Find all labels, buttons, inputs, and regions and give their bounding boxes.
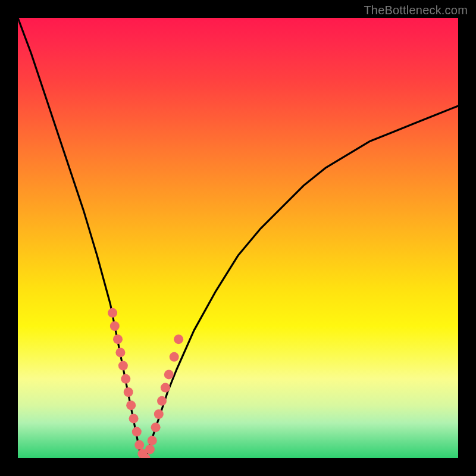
sample-dot <box>126 400 136 410</box>
sample-dot <box>108 308 117 318</box>
bottleneck-chart-svg <box>18 18 458 458</box>
bottleneck-curve <box>18 18 458 458</box>
sample-dot <box>113 334 123 344</box>
sample-dot <box>161 383 170 393</box>
sample-dot <box>118 361 128 371</box>
sample-dot <box>148 436 157 445</box>
sample-dot <box>132 427 142 437</box>
sample-dot <box>110 321 120 331</box>
sample-dot <box>151 422 161 432</box>
watermark-text: TheBottleneck.com <box>364 4 468 17</box>
chart-frame: TheBottleneck.com <box>0 0 476 476</box>
sample-dot <box>145 444 155 454</box>
sample-dot <box>124 387 133 397</box>
sample-dot <box>174 334 183 344</box>
sample-dot <box>121 374 130 384</box>
sample-dot <box>170 352 179 362</box>
plot-area <box>18 18 458 458</box>
sample-dot <box>134 440 144 450</box>
sample-dot <box>154 409 164 419</box>
sample-dot <box>164 369 174 379</box>
sample-dot <box>157 396 167 406</box>
sample-dot <box>129 414 139 423</box>
sample-dot <box>115 347 125 357</box>
